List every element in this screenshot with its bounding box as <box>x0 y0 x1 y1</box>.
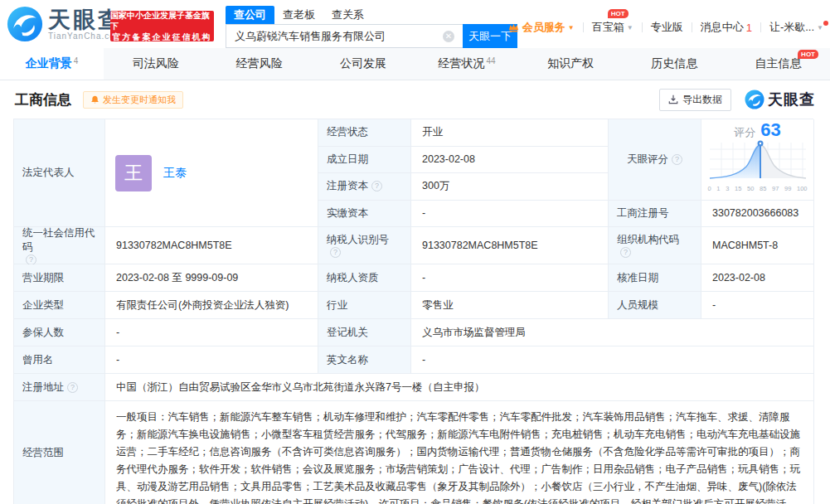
approval-date-label: 核准日期 <box>609 264 701 292</box>
tianyan-score-label-cell: 天眼评分 ? <box>609 119 701 201</box>
company-type-label: 企业类型 <box>14 292 105 319</box>
approval-date-value: 2023-02-08 <box>701 264 814 292</box>
search-tabs: 查公司 查老板 查关系 <box>226 7 517 24</box>
tab-count: 44 <box>487 56 496 65</box>
cert-line-1: 国家中小企业发展子基金旗下 <box>110 10 214 32</box>
registry-value: 义乌市市场监督管理局 <box>411 319 814 346</box>
tab-judicial-risk[interactable]: 司法风险 <box>104 48 207 80</box>
menu-pro-version[interactable]: 专业版 <box>651 20 683 35</box>
industry-value: 零售业 <box>411 292 609 319</box>
tab-label: 企业背景 <box>26 56 72 71</box>
notify-on-change-button[interactable]: 发生变更时通知我 <box>83 91 183 109</box>
question-icon[interactable]: ? <box>672 154 682 165</box>
search-tab-company[interactable]: 查公司 <box>226 6 274 24</box>
chevron-down-icon: ▼ <box>627 24 633 32</box>
question-icon[interactable]: ? <box>330 247 341 258</box>
menu-message-center[interactable]: 消息中心 1 <box>701 20 752 35</box>
tianyancha-watermark: 天眼查 <box>745 90 815 109</box>
section-title: 工商信息 <box>15 90 71 109</box>
messages-label: 消息中心 <box>701 20 744 35</box>
score-distribution-chart <box>708 139 808 181</box>
insured-label: 参保人数 <box>14 319 105 346</box>
avatar[interactable]: 王 <box>115 155 152 191</box>
business-info-table: 法定代表人 王 王泰 经营状态 开业 天眼评分 ? 评分 63 <box>13 119 813 504</box>
status-value: 开业 <box>411 119 609 147</box>
question-icon[interactable]: ? <box>67 382 78 393</box>
credit-code-value: 91330782MAC8HM5T8E <box>105 227 318 264</box>
tab-operating-risk[interactable]: 经营风险 <box>207 48 311 80</box>
tianyan-score-chart-cell[interactable]: 评分 63 <box>701 119 814 201</box>
chevron-down-icon: ▼ <box>817 24 823 32</box>
crown-icon <box>508 22 519 33</box>
taxpayer-id-label-text: 纳税人识别号 <box>327 233 389 247</box>
company-nav-tabs: 企业背景 4 司法风险 经营风险 公司发展 经营状况 44 知识产权 历史信息 … <box>0 48 830 80</box>
search-tab-relation[interactable]: 查关系 <box>323 6 372 24</box>
certification-banner: 国家中小企业发展子基金旗下 官方备案企业征信机构 <box>110 11 214 41</box>
address-label: 注册地址 ? <box>14 374 105 401</box>
tab-label: 自主信息 <box>755 56 801 71</box>
tianyancha-logo[interactable]: 天眼查 TianYanCha.com <box>7 6 123 42</box>
staff-size-value: - <box>701 292 814 319</box>
org-code-label: 组织机构代码 ? <box>609 227 701 264</box>
est-date-label: 成立日期 <box>318 147 411 174</box>
taxpayer-id-value: 91330782MAC8HM5T8E <box>411 227 609 264</box>
vip-label: 会员服务 <box>522 20 565 35</box>
tab-label: 经营风险 <box>236 56 283 71</box>
score-value: 63 <box>760 123 780 137</box>
score-word: 评分 <box>734 125 755 139</box>
english-name-label: 英文名称 <box>318 346 411 374</box>
tianyancha-logo-icon <box>745 90 764 109</box>
english-name-value: - <box>411 346 814 374</box>
address-label-text: 注册地址 <box>22 380 64 395</box>
industry-label: 行业 <box>318 292 411 319</box>
org-code-value: MAC8HM5T-8 <box>701 227 814 264</box>
export-data-button[interactable]: 导出数据 <box>659 89 731 111</box>
question-icon[interactable]: ? <box>26 254 36 265</box>
legal-rep-cell: 王 王泰 <box>105 119 318 227</box>
org-code-label-text: 组织机构代码 <box>617 233 679 247</box>
score-label: 天眼评分 <box>627 153 668 167</box>
menu-toolbox[interactable]: HOT 百宝箱 ▼ <box>592 20 633 35</box>
tab-label: 历史信息 <box>651 56 697 71</box>
tab-company-development[interactable]: 公司发展 <box>311 48 415 80</box>
reg-capital-label-text: 注册资本 <box>327 179 368 193</box>
menu-user-account[interactable]: 让-米歇... ▼ <box>769 20 823 35</box>
reg-no-value: 330782003666083 <box>701 201 814 228</box>
bell-icon <box>90 95 100 104</box>
company-type-value: 有限责任公司(外商投资企业法人独资) <box>105 292 318 319</box>
address-value: 中国（浙江）自由贸易试验区金华市义乌市北苑街道永兴路7号一楼（自主申报） <box>105 374 814 401</box>
taxpayer-id-label: 纳税人识别号 ? <box>318 227 411 264</box>
hot-badge: HOT <box>608 9 629 18</box>
menu-vip-services[interactable]: 会员服务 ▼ <box>508 20 575 35</box>
tab-company-background[interactable]: 企业背景 4 <box>0 48 104 80</box>
question-icon[interactable]: ? <box>620 247 631 258</box>
legal-rep-name-link[interactable]: 王泰 <box>163 166 187 180</box>
paid-capital-label: 实缴资本 <box>318 201 411 228</box>
credit-code-label: 统一社会信用代码 ? <box>14 227 105 264</box>
hot-badge: HOT <box>798 50 818 59</box>
tianyancha-logo-icon <box>7 6 43 42</box>
pro-label: 专业版 <box>651 20 683 35</box>
reg-capital-value: 300万 <box>411 173 609 201</box>
taxpayer-quality-value: - <box>411 264 609 292</box>
table-row: 参保人数 - 登记机关 义乌市市场监督管理局 <box>14 319 813 346</box>
section-header: 工商信息 发生变更时通知我 导出数据 天眼查 <box>0 80 830 119</box>
top-bar: 天眼查 TianYanCha.com 国家中小企业发展子基金旗下 官方备案企业征… <box>0 0 830 48</box>
search-input[interactable] <box>226 24 463 48</box>
clear-icon[interactable]: ✕ <box>443 31 454 42</box>
notification-dot <box>823 21 828 26</box>
table-row: 法定代表人 王 王泰 经营状态 开业 天眼评分 ? 评分 63 <box>14 119 813 227</box>
former-name-label: 曾用名 <box>14 346 105 374</box>
tab-operating-status[interactable]: 经营状况 44 <box>415 48 519 80</box>
scope-label: 经营范围 <box>14 401 105 504</box>
tab-self-published-info[interactable]: 自主信息 HOT <box>726 48 830 80</box>
question-icon[interactable]: ? <box>371 181 382 191</box>
search-tab-boss[interactable]: 查老板 <box>274 6 323 24</box>
tab-label: 司法风险 <box>133 56 179 71</box>
tab-label: 公司发展 <box>340 56 386 71</box>
table-row: 曾用名 - 英文名称 - <box>14 346 813 374</box>
table-row: 经营范围 一般项目：汽车销售；新能源汽车整车销售；机动车修理和维护；汽车零配件零… <box>14 401 813 504</box>
menu-divider <box>583 22 584 32</box>
tab-intellectual-property[interactable]: 知识产权 <box>519 48 623 80</box>
tab-history-info[interactable]: 历史信息 <box>623 48 726 80</box>
